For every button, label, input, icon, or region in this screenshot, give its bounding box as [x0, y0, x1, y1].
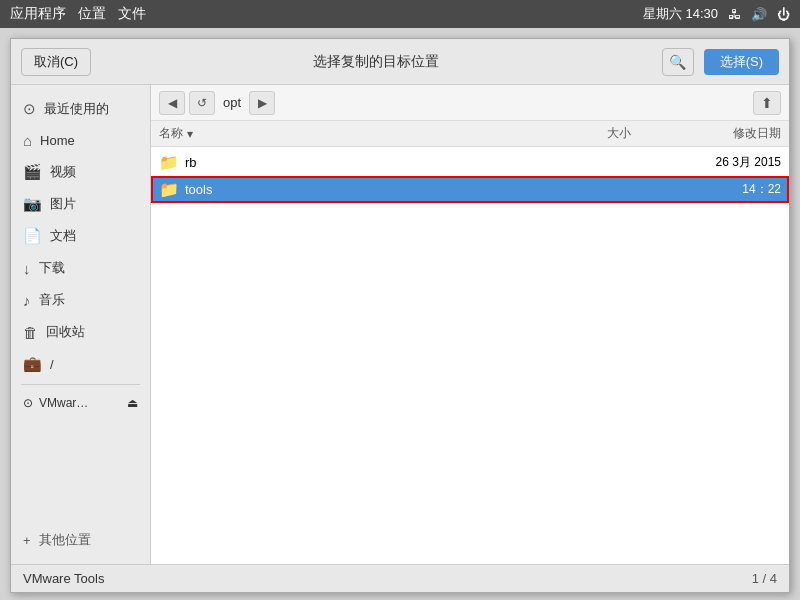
- size-col-label: 大小: [607, 126, 631, 140]
- home-icon: ⌂: [23, 132, 32, 149]
- file-date-cell: 26 3月 2015: [641, 154, 781, 171]
- datetime-label: 星期六 14:30: [643, 5, 718, 23]
- col-header-size[interactable]: 大小: [541, 125, 641, 142]
- dialog-header: 取消(C) 选择复制的目标位置 🔍 选择(S): [11, 39, 789, 85]
- sidebar: ⊙ 最近使用的 ⌂ Home 🎬 视频 📷 图片 📄 文档 ↓ 下载: [11, 85, 151, 564]
- dialog-body: ⊙ 最近使用的 ⌂ Home 🎬 视频 📷 图片 📄 文档 ↓ 下载: [11, 85, 789, 564]
- search-icon: 🔍: [669, 54, 686, 70]
- back-icon: ◀: [168, 96, 177, 110]
- network-icon: 🖧: [728, 7, 741, 22]
- add-icon: +: [23, 533, 31, 548]
- forward-button[interactable]: ▶: [249, 91, 275, 115]
- sidebar-vmware-label: VMwar…: [39, 396, 88, 410]
- table-row[interactable]: 📁 rb 26 3月 2015: [151, 149, 789, 176]
- date-col-label: 修改日期: [733, 126, 781, 140]
- sidebar-item-label-home: Home: [40, 133, 75, 148]
- sidebar-item-other[interactable]: + 其他位置: [11, 524, 150, 556]
- file-name-cell: 📁 rb: [159, 153, 541, 172]
- sidebar-divider: [21, 384, 140, 385]
- reload-button[interactable]: ↺: [189, 91, 215, 115]
- sidebar-item-home[interactable]: ⌂ Home: [11, 125, 150, 156]
- col-header-date[interactable]: 修改日期: [641, 125, 781, 142]
- sidebar-item-trash[interactable]: 🗑 回收站: [11, 316, 150, 348]
- download-icon: ↓: [23, 260, 31, 277]
- status-bar: VMware Tools 1 / 4: [11, 564, 789, 592]
- sidebar-item-label-root: /: [50, 357, 54, 372]
- sidebar-item-vmware[interactable]: ⊙ VMwar… ⏏: [11, 389, 150, 417]
- main-content: ◀ ↺ opt ▶ ⬆ 名称 ▾: [151, 85, 789, 564]
- search-button[interactable]: 🔍: [662, 48, 694, 76]
- sidebar-item-download[interactable]: ↓ 下载: [11, 252, 150, 284]
- file-name-label: tools: [185, 182, 212, 197]
- sidebar-item-doc[interactable]: 📄 文档: [11, 220, 150, 252]
- file-list: 📁 rb 26 3月 2015 📁 tools 14：22: [151, 147, 789, 564]
- col-header-name[interactable]: 名称 ▾: [159, 125, 541, 142]
- breadcrumb: opt: [219, 95, 245, 110]
- sidebar-item-label-recent: 最近使用的: [44, 100, 109, 118]
- volume-icon: 🔊: [751, 7, 767, 22]
- sidebar-item-label-video: 视频: [50, 163, 76, 181]
- forward-icon: ▶: [258, 96, 267, 110]
- system-bar-left: 应用程序 位置 文件: [10, 5, 643, 23]
- sidebar-item-label-music: 音乐: [39, 291, 65, 309]
- system-bar-right: 星期六 14:30 🖧 🔊 ⏻: [643, 5, 790, 23]
- reload-icon: ↺: [197, 96, 207, 110]
- name-col-label: 名称: [159, 125, 183, 142]
- file-menu[interactable]: 文件: [118, 5, 146, 23]
- file-name-label: rb: [185, 155, 197, 170]
- folder-icon-open: 📁: [159, 180, 179, 199]
- sidebar-item-recent[interactable]: ⊙ 最近使用的: [11, 93, 150, 125]
- cancel-button[interactable]: 取消(C): [21, 48, 91, 76]
- vmware-icon: ⊙: [23, 396, 33, 410]
- power-icon[interactable]: ⏻: [777, 7, 790, 22]
- file-date-cell: 14：22: [641, 181, 781, 198]
- root-icon: 💼: [23, 355, 42, 373]
- music-icon: ♪: [23, 292, 31, 309]
- dialog-title: 选择复制的目标位置: [101, 53, 652, 71]
- breadcrumb-path-label[interactable]: opt: [223, 95, 241, 110]
- select-button[interactable]: 选择(S): [704, 49, 779, 75]
- picture-icon: 📷: [23, 195, 42, 213]
- folder-icon: 📁: [159, 153, 179, 172]
- sidebar-item-root[interactable]: 💼 /: [11, 348, 150, 380]
- video-icon: 🎬: [23, 163, 42, 181]
- back-button[interactable]: ◀: [159, 91, 185, 115]
- sidebar-item-music[interactable]: ♪ 音乐: [11, 284, 150, 316]
- sidebar-item-video[interactable]: 🎬 视频: [11, 156, 150, 188]
- sidebar-item-label-picture: 图片: [50, 195, 76, 213]
- status-text: VMware Tools: [23, 571, 752, 586]
- apps-menu[interactable]: 应用程序: [10, 5, 66, 23]
- eject-icon[interactable]: ⏏: [127, 396, 138, 410]
- file-name-cell: 📁 tools: [159, 180, 541, 199]
- create-folder-icon: ⬆: [761, 95, 773, 111]
- system-bar: 应用程序 位置 文件 星期六 14:30 🖧 🔊 ⏻: [0, 0, 800, 28]
- position-menu[interactable]: 位置: [78, 5, 106, 23]
- sidebar-add-label: 其他位置: [39, 531, 91, 549]
- trash-icon: 🗑: [23, 324, 38, 341]
- sidebar-item-label-download: 下载: [39, 259, 65, 277]
- sidebar-item-label-doc: 文档: [50, 227, 76, 245]
- create-folder-button[interactable]: ⬆: [753, 91, 781, 115]
- doc-icon: 📄: [23, 227, 42, 245]
- file-toolbar: ◀ ↺ opt ▶ ⬆: [151, 85, 789, 121]
- sidebar-item-label-trash: 回收站: [46, 323, 85, 341]
- status-page: 1 / 4: [752, 571, 777, 586]
- file-list-header: 名称 ▾ 大小 修改日期: [151, 121, 789, 147]
- sort-icon: ▾: [187, 127, 193, 141]
- dialog: 取消(C) 选择复制的目标位置 🔍 选择(S) ⊙ 最近使用的 ⌂ Home 🎬…: [10, 38, 790, 593]
- recent-icon: ⊙: [23, 100, 36, 118]
- table-row[interactable]: 📁 tools 14：22: [151, 176, 789, 203]
- sidebar-item-picture[interactable]: 📷 图片: [11, 188, 150, 220]
